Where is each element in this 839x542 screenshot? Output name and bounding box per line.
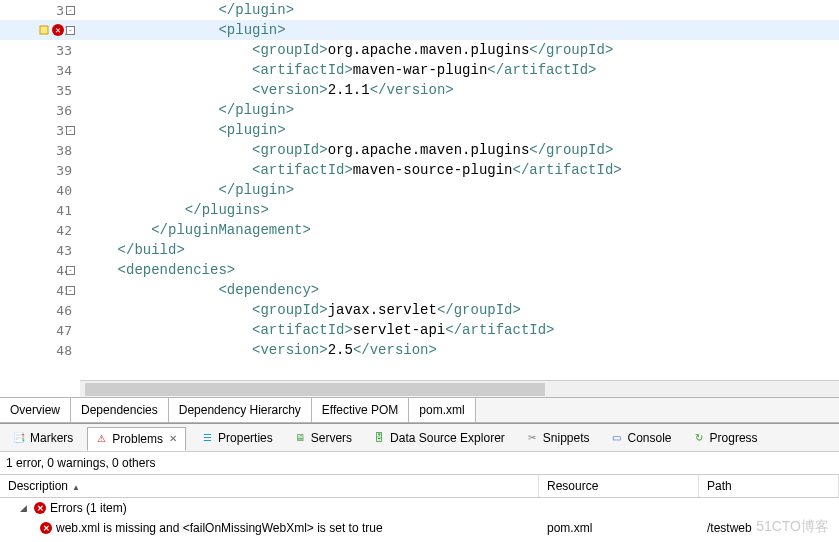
column-path[interactable]: Path (699, 475, 839, 497)
code-line[interactable]: <plugin> (80, 20, 839, 40)
code-line[interactable]: <groupId>org.apache.maven.plugins</group… (80, 140, 839, 160)
fold-toggle[interactable]: - (66, 286, 75, 295)
problem-path: /testweb (699, 521, 839, 535)
line-number: 35 (0, 80, 80, 100)
code-line[interactable]: <plugin> (80, 120, 839, 140)
code-line[interactable]: <artifactId>maven-source-plugin</artifac… (80, 160, 839, 180)
code-line[interactable]: </build> (80, 240, 839, 260)
sort-arrow-icon: ▲ (72, 483, 80, 492)
tab-data-source[interactable]: 🗄 Data Source Explorer (366, 427, 511, 449)
tab-console[interactable]: ▭ Console (604, 427, 678, 449)
problem-description: web.xml is missing and <failOnMissingWeb… (56, 521, 383, 535)
errors-group-row[interactable]: ◢✕Errors (1 item) (0, 498, 839, 518)
code-line[interactable]: </plugin> (80, 0, 839, 20)
table-body: ◢✕Errors (1 item) ✕web.xml is missing an… (0, 498, 839, 538)
line-number: 38 (0, 140, 80, 160)
line-number: 32✕- (0, 20, 80, 40)
editor-tab-overview[interactable]: Overview (0, 398, 71, 422)
tab-label: Markers (30, 431, 73, 445)
code-line[interactable]: <artifactId>maven-war-plugin</artifactId… (80, 60, 839, 80)
horizontal-scrollbar[interactable] (80, 380, 839, 397)
properties-icon: ☰ (200, 431, 214, 445)
line-number: 42 (0, 220, 80, 240)
collapse-arrow-icon[interactable]: ◢ (20, 503, 30, 513)
column-resource[interactable]: Resource (539, 475, 699, 497)
line-number: 40 (0, 180, 80, 200)
markers-icon: 📑 (12, 431, 26, 445)
data-source-icon: 🗄 (372, 431, 386, 445)
line-number: 48 (0, 340, 80, 360)
snippets-icon: ✂ (525, 431, 539, 445)
code-line[interactable]: <dependency> (80, 280, 839, 300)
tab-label: Data Source Explorer (390, 431, 505, 445)
line-number: 34 (0, 60, 80, 80)
problems-icon: ⚠ (94, 432, 108, 446)
line-number-gutter: 31-32✕-3334353637-38394041424344-45-4647… (0, 0, 80, 380)
tab-snippets[interactable]: ✂ Snippets (519, 427, 596, 449)
code-line[interactable]: </plugin> (80, 100, 839, 120)
code-content[interactable]: </plugin> <plugin> <groupId>org.apache.m… (80, 0, 839, 380)
code-editor: 31-32✕-3334353637-38394041424344-45-4647… (0, 0, 839, 380)
line-number: 46 (0, 300, 80, 320)
line-number: 47 (0, 320, 80, 340)
fold-toggle[interactable]: - (66, 6, 75, 15)
line-number: 37- (0, 120, 80, 140)
editor-tab-dependency-hierarchy[interactable]: Dependency Hierarchy (169, 398, 312, 422)
code-line[interactable]: <groupId>javax.servlet</groupId> (80, 300, 839, 320)
editor-tab-dependencies[interactable]: Dependencies (71, 398, 169, 422)
close-icon[interactable]: ✕ (167, 433, 179, 445)
problems-summary: 1 error, 0 warnings, 0 others (0, 452, 839, 475)
svg-rect-0 (40, 26, 48, 34)
code-line[interactable]: <artifactId>servlet-api</artifactId> (80, 320, 839, 340)
column-description[interactable]: Description▲ (0, 475, 539, 497)
servers-icon: 🖥 (293, 431, 307, 445)
code-line[interactable]: <version>2.1.1</version> (80, 80, 839, 100)
code-line[interactable]: </plugins> (80, 200, 839, 220)
fold-toggle[interactable]: - (66, 266, 75, 275)
editor-tab-bar: OverviewDependenciesDependency Hierarchy… (0, 397, 839, 423)
tab-label: Progress (710, 431, 758, 445)
tab-label: Properties (218, 431, 273, 445)
code-line[interactable]: <dependencies> (80, 260, 839, 280)
tab-label: Snippets (543, 431, 590, 445)
bottom-panel: 📑 Markers ⚠ Problems ✕ ☰ Properties 🖥 Se… (0, 423, 839, 538)
code-line[interactable]: </plugin> (80, 180, 839, 200)
tab-problems[interactable]: ⚠ Problems ✕ (87, 427, 186, 451)
line-number: 41 (0, 200, 80, 220)
error-icon: ✕ (40, 522, 52, 534)
scrollbar-thumb[interactable] (85, 383, 545, 396)
line-number: 33 (0, 40, 80, 60)
error-icon: ✕ (52, 24, 64, 36)
editor-tab-effective-pom[interactable]: Effective POM (312, 398, 409, 422)
tab-properties[interactable]: ☰ Properties (194, 427, 279, 449)
problems-table: Description▲ Resource Path ◢✕Errors (1 i… (0, 475, 839, 538)
line-number: 43 (0, 240, 80, 260)
tab-progress[interactable]: ↻ Progress (686, 427, 764, 449)
table-header: Description▲ Resource Path (0, 475, 839, 498)
tab-servers[interactable]: 🖥 Servers (287, 427, 358, 449)
error-icon: ✕ (34, 502, 46, 514)
table-row[interactable]: ✕web.xml is missing and <failOnMissingWe… (0, 518, 839, 538)
fold-toggle[interactable]: - (66, 26, 75, 35)
console-icon: ▭ (610, 431, 624, 445)
bottom-tab-bar: 📑 Markers ⚠ Problems ✕ ☰ Properties 🖥 Se… (0, 424, 839, 452)
line-number: 31- (0, 0, 80, 20)
code-line[interactable]: <groupId>org.apache.maven.plugins</group… (80, 40, 839, 60)
fold-toggle[interactable]: - (66, 126, 75, 135)
tab-label: Console (628, 431, 672, 445)
progress-icon: ↻ (692, 431, 706, 445)
tab-label: Problems (112, 432, 163, 446)
line-number: 39 (0, 160, 80, 180)
line-number: 36 (0, 100, 80, 120)
quickfix-icon[interactable] (38, 24, 50, 36)
line-number: 44- (0, 260, 80, 280)
tab-markers[interactable]: 📑 Markers (6, 427, 79, 449)
group-label: Errors (1 item) (50, 501, 127, 515)
code-line[interactable]: </pluginManagement> (80, 220, 839, 240)
editor-tab-pom.xml[interactable]: pom.xml (409, 398, 475, 422)
code-line[interactable]: <version>2.5</version> (80, 340, 839, 360)
problem-resource: pom.xml (539, 521, 699, 535)
line-number: 45- (0, 280, 80, 300)
tab-label: Servers (311, 431, 352, 445)
